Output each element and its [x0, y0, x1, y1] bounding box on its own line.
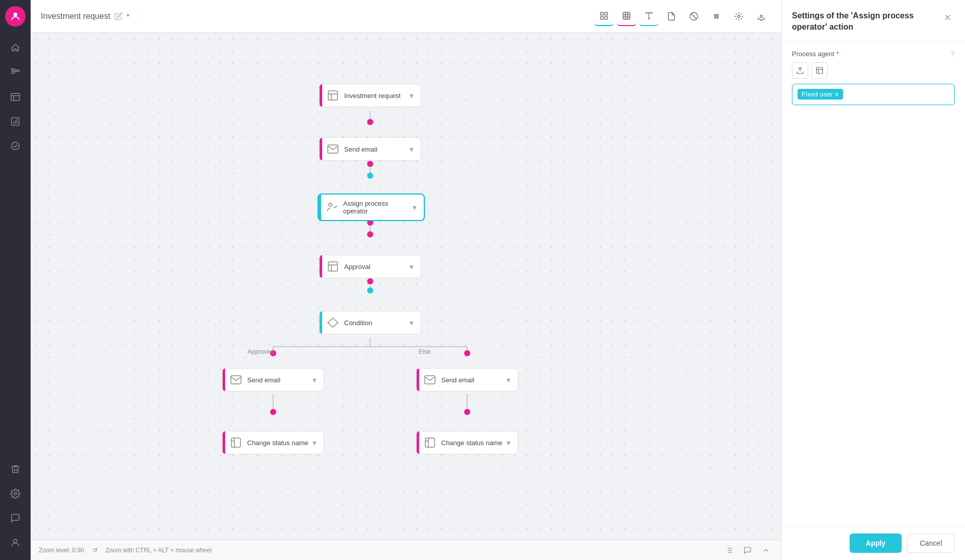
node-condition[interactable]: Condition ▾: [319, 311, 421, 334]
svg-rect-63: [231, 438, 240, 447]
send-email-left-icon: [230, 374, 242, 386]
fixed-user-tag-remove[interactable]: ×: [835, 91, 839, 98]
svg-point-59: [329, 203, 332, 206]
toolbar-btn-7[interactable]: [729, 7, 749, 26]
field-icon-btn-1[interactable]: [792, 62, 808, 79]
sidebar-item-reports[interactable]: [4, 110, 27, 133]
sidebar-item-window[interactable]: [4, 86, 27, 108]
panel-footer: Apply Cancel: [782, 526, 965, 560]
status-comment-icon[interactable]: [740, 543, 755, 557]
assign-operator-chevron-icon: ▾: [413, 203, 417, 212]
sidebar-item-tasks[interactable]: [4, 135, 27, 157]
investment-request-icon: [327, 89, 339, 102]
branch-approved-label: Approved: [248, 348, 274, 355]
toolbar-btn-8[interactable]: [752, 7, 771, 26]
node-change-status-left[interactable]: Change status name ▾: [222, 431, 324, 454]
sidebar: [0, 0, 31, 560]
send-email-right-chevron-icon: ▾: [506, 375, 511, 385]
svg-point-45: [367, 119, 373, 125]
sidebar-item-user[interactable]: [4, 531, 27, 554]
panel-header: Settings of the 'Assign process operator…: [782, 0, 965, 42]
panel-body: Process agent * ? Fixed user ×: [782, 42, 965, 526]
branch-else-label: Else: [419, 348, 430, 355]
svg-line-28: [691, 13, 697, 19]
investment-request-label: Investment request: [344, 92, 405, 100]
svg-point-32: [717, 14, 718, 16]
apply-button[interactable]: Apply: [850, 533, 902, 553]
toolbar-btn-1[interactable]: [594, 7, 614, 26]
unsaved-indicator: *: [127, 12, 129, 20]
svg-rect-1: [12, 69, 15, 70]
zoom-level-text: Zoom level: 0.90: [39, 547, 84, 554]
svg-point-47: [367, 173, 373, 179]
toolbar: Investment request *: [31, 0, 781, 33]
svg-rect-78: [816, 67, 823, 74]
send-email-1-label: Send email: [344, 145, 405, 153]
sidebar-item-process[interactable]: [4, 61, 27, 84]
cancel-button[interactable]: Cancel: [907, 533, 955, 553]
node-change-status-right[interactable]: Change status name ▾: [416, 431, 518, 454]
svg-rect-17: [605, 12, 608, 15]
send-email-left-label: Send email: [247, 376, 308, 384]
toolbar-btn-6[interactable]: [707, 7, 726, 26]
node-approval[interactable]: Approval ▾: [319, 255, 421, 278]
node-send-email-left[interactable]: Send email ▾: [222, 368, 324, 392]
svg-rect-19: [605, 16, 608, 19]
svg-point-46: [367, 161, 373, 167]
field-icons-row: [792, 62, 955, 79]
svg-rect-16: [600, 12, 603, 15]
panel-close-button[interactable]: [940, 10, 955, 25]
status-list-icon[interactable]: [722, 543, 736, 557]
sidebar-item-chat[interactable]: [4, 507, 27, 529]
node-send-email-1[interactable]: Send email ▾: [319, 137, 421, 161]
zoom-refresh-icon[interactable]: ↺: [92, 547, 98, 554]
condition-label: Condition: [344, 319, 405, 327]
right-panel: Settings of the 'Assign process operator…: [781, 0, 965, 560]
sidebar-item-delete[interactable]: [4, 458, 27, 480]
svg-point-53: [464, 350, 470, 356]
svg-point-50: [367, 278, 373, 284]
assign-operator-icon: [326, 201, 338, 213]
sidebar-item-settings[interactable]: [4, 482, 27, 505]
svg-point-55: [464, 409, 470, 415]
process-agent-help-icon[interactable]: ?: [951, 50, 955, 58]
field-icon-btn-2[interactable]: [811, 62, 828, 79]
edit-title-button[interactable]: [114, 12, 123, 20]
svg-point-0: [13, 13, 17, 16]
svg-point-29: [714, 14, 716, 16]
approval-label: Approval: [344, 263, 405, 271]
process-agent-required: *: [836, 50, 839, 58]
status-bar: Zoom level: 0.90 ↺ Zoom with CTRL + ALT …: [31, 540, 781, 560]
zoom-hint-text: Zoom with CTRL + ALT + mouse wheel: [106, 547, 212, 554]
fixed-user-tag-label: Fixed user: [802, 90, 833, 98]
toolbar-btn-3[interactable]: [639, 7, 659, 26]
workflow-canvas[interactable]: Investment request ▾ Send email ▾ Assign…: [31, 33, 781, 540]
node-assign-process-operator[interactable]: Assign process operator ▾: [318, 193, 425, 221]
main-area: Investment request *: [31, 0, 781, 560]
svg-point-33: [738, 15, 740, 17]
sidebar-item-home[interactable]: [4, 37, 27, 59]
process-agent-label-text: Process agent: [792, 50, 834, 58]
svg-rect-20: [623, 12, 630, 19]
toolbar-btn-4[interactable]: [662, 7, 681, 26]
toolbar-title-area: Investment request *: [41, 12, 588, 21]
status-bar-actions: [722, 543, 773, 557]
change-status-left-label: Change status name: [247, 439, 308, 447]
status-expand-icon[interactable]: [759, 543, 773, 557]
svg-point-51: [367, 287, 373, 294]
fixed-user-tag[interactable]: Fixed user ×: [798, 89, 843, 100]
process-agent-input[interactable]: Fixed user ×: [792, 84, 955, 105]
svg-rect-18: [600, 16, 603, 19]
node-send-email-right[interactable]: Send email ▾: [416, 368, 518, 392]
app-logo[interactable]: [5, 6, 26, 27]
svg-point-13: [12, 142, 19, 150]
send-email-left-chevron-icon: ▾: [312, 375, 317, 385]
change-status-right-icon: [424, 436, 436, 449]
toolbar-btn-5[interactable]: [684, 7, 704, 26]
approval-chevron-icon: ▾: [409, 262, 414, 272]
panel-title: Settings of the 'Assign process operator…: [792, 10, 940, 33]
assign-operator-label: Assign process operator: [343, 200, 408, 215]
node-investment-request[interactable]: Investment request ▾: [319, 84, 421, 107]
toolbar-btn-2[interactable]: [617, 7, 636, 26]
change-status-left-icon: [230, 436, 242, 449]
